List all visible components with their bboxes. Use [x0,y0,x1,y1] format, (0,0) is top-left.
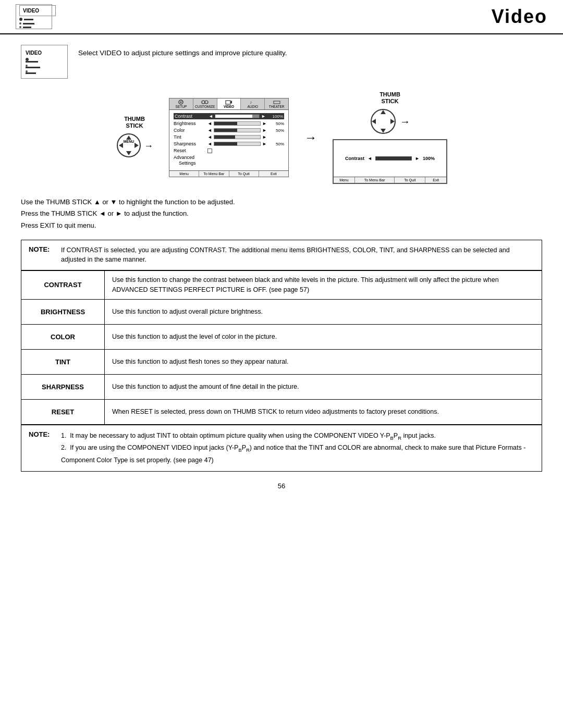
contrast-display-label: Contrast [345,156,364,161]
menu-row-sharpness: Sharpness ◄ ► 50% [174,141,284,146]
dot3 [19,26,21,28]
page-number: 56 [21,482,542,490]
note2-item1: 1. It may be necessary to adjust TINT to… [61,430,534,442]
menu-row-tint: Tint ◄ ► [174,134,284,140]
diagram-left: THUMBSTICK MENU → [116,116,153,160]
menu-advanced-label: Advanced [174,155,207,160]
thumb-label-left: THUMBSTICK [124,116,145,129]
function-label-color: COLOR [21,325,105,349]
instruction-1: Use the THUMB STICK ▲ or ▼ to highlight … [21,196,542,208]
note2-item2: 2. If you are using the COMPONENT VIDEO … [61,442,534,466]
svg-marker-3 [134,143,139,148]
header-icon-label: VIDEO [19,5,56,16]
thumb-label-right: THUMBSTICK [380,91,400,105]
function-table: CONTRAST Use this function to change the… [21,270,542,425]
svg-marker-16 [390,119,395,124]
menu-row-contrast: Contrast ◄ ► 100% [174,113,284,119]
menu-row-color: Color ◄ ► 50% [174,128,284,133]
function-row-reset: RESET When RESET is selected, press down… [21,399,542,424]
rf-tomenubar: To Menu Bar [355,177,395,183]
intro-section: VIDEO Select VIDEO to adjust picture set… [21,45,542,79]
contrast-display-row: Contrast ◄ ► 100% [345,156,435,161]
svg-text:MENU: MENU [124,140,134,143]
page-header: VIDEO Video [0,0,563,34]
menu-row-brightness: Brightness ◄ ► 50% [174,121,284,126]
header-icon-dots2 [19,22,34,24]
footer-menu: Menu [169,171,199,177]
function-label-reset: RESET [21,400,105,424]
tab-video-label: VIDEO [224,105,234,108]
function-label-tint: TINT [21,350,105,374]
tab-audio: ♪ AUDIO [241,98,265,109]
function-row-color: COLOR Use this function to adjust the le… [21,324,542,349]
color-value: 50% [268,128,284,133]
note2-box: NOTE: 1. It may be necessary to adjust T… [21,425,542,472]
svg-marker-18 [381,129,386,133]
intro-line1 [26,61,38,63]
footer-tomenubar: To Menu Bar [199,171,229,177]
menu-body: Contrast ◄ ► 100% Brightness ◄ [169,110,288,170]
menu-brightness-bar: ◄ ► 50% [207,121,284,126]
menu-screen: SETUP CUSTOMIZE VIDEO ♪ AUDIO THEATER [169,98,289,177]
svg-marker-4 [126,135,131,140]
left-circle-arrow: MENU → [116,132,153,160]
rf-toquit: To Quit [395,177,425,183]
menu-contrast-bar: ◄ ► 100% [209,114,283,119]
svg-point-8 [202,101,205,104]
tab-theater: THEATER [265,98,288,109]
menu-label-wrapper: MENU [116,132,142,160]
function-label-sharpness: SHARPNESS [21,375,105,399]
theater-icon [273,100,280,105]
footer-exit: Exit [259,171,288,177]
tab-setup: SETUP [169,98,193,109]
function-row-tint: TINT Use this function to adjust flesh t… [21,349,542,374]
menu-sharpness-label: Sharpness [174,141,207,146]
contrast-display-arrow-left: ◄ [368,156,372,161]
note1-box: NOTE: If CONTRAST is selected, you are a… [21,240,542,271]
main-content: VIDEO Select VIDEO to adjust picture set… [0,34,563,500]
contrast-value: 100% [267,114,283,119]
tab-audio-label: AUDIO [247,105,258,108]
note2-content: 1. It may be necessary to adjust TINT to… [61,430,534,466]
dot2 [19,22,21,24]
reset-checkbox-icon [207,149,212,153]
note1-text: If CONTRAST is selected, you are adjusti… [61,245,534,265]
note2-label: NOTE: [29,430,55,438]
line2 [23,23,34,24]
instructions-section: Use the THUMB STICK ▲ or ▼ to highlight … [21,196,542,231]
menu-reset-label: Reset [174,148,207,153]
contrast-display-bar [375,156,412,161]
right-screen-body: Contrast ◄ ► 100% [334,140,446,177]
right-stick-row: → [370,108,410,135]
menu-tint-label: Tint [174,134,207,140]
video-tab-icon [225,100,232,105]
function-label-brightness: BRIGHTNESS [21,300,105,324]
svg-marker-5 [126,151,131,155]
page-title: Video [492,6,547,28]
menu-footer: Menu To Menu Bar To Quit Exit [169,170,288,177]
menu-reset-checkbox [207,149,284,153]
svg-marker-17 [381,110,386,114]
svg-rect-10 [226,101,230,104]
svg-marker-15 [372,119,376,124]
function-desc-tint: Use this function to adjust flesh tones … [105,350,542,374]
header-icon-dots [19,18,33,21]
diagram-right: THUMBSTICK → Contrast ◄ [333,91,447,184]
diagram-section: THUMBSTICK MENU → [21,91,542,184]
menu-settings-label: Settings [174,161,207,166]
footer-toquit: To Quit [229,171,259,177]
function-desc-color: Use this function to adjust the level of… [105,325,542,349]
menu-color-label: Color [174,128,207,133]
function-desc-contrast: Use this function to change the contrast… [105,271,542,299]
note1-label: NOTE: [29,245,55,253]
contrast-display-arrow-right: ► [415,156,420,161]
setup-icon [177,100,185,105]
svg-marker-2 [119,143,123,148]
instruction-2: Press the THUMB STICK ◄ or ► to adjust t… [21,208,542,219]
svg-point-7 [180,102,182,103]
intro-video-icon: VIDEO [21,45,68,79]
menu-contrast-label: Contrast [175,114,209,119]
function-row-brightness: BRIGHTNESS Use this function to adjust o… [21,299,542,324]
function-desc-reset: When RESET is selected, press down on TH… [105,400,542,424]
menu-row-settings: Settings [174,161,284,166]
